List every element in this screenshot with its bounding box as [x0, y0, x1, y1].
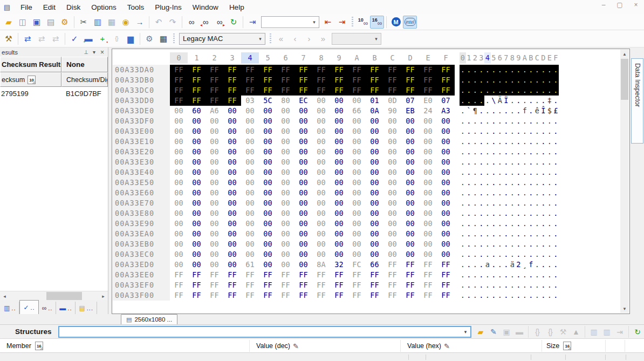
- hex-ascii-char[interactable]: .: [497, 137, 503, 147]
- hex-ascii-char[interactable]: .: [497, 290, 503, 301]
- hex-byte[interactable]: 80: [277, 96, 294, 106]
- hex-ascii-char[interactable]: .: [503, 116, 510, 126]
- compare-prev-button[interactable]: ⇄: [35, 32, 49, 45]
- hex-byte[interactable]: 00: [188, 249, 205, 260]
- hex-ascii-char[interactable]: .: [472, 116, 478, 126]
- hex-byte[interactable]: 00: [241, 157, 259, 167]
- hex-ascii-char[interactable]: .: [478, 85, 485, 96]
- dock-menu-icon[interactable]: [90, 49, 98, 55]
- hex-ascii-char[interactable]: .: [478, 75, 485, 85]
- hex-ascii-char[interactable]: a: [484, 260, 491, 270]
- hex-ascii-char[interactable]: .: [516, 157, 522, 167]
- hex-byte[interactable]: FF: [366, 65, 383, 75]
- hex-byte[interactable]: FF: [437, 65, 455, 75]
- ascii-column-header[interactable]: 9: [516, 52, 522, 64]
- hex-byte[interactable]: FF: [437, 85, 455, 96]
- hex-ascii-char[interactable]: .: [503, 280, 510, 290]
- hex-ascii-char[interactable]: .: [509, 270, 516, 280]
- hex-byte[interactable]: 00: [188, 178, 205, 188]
- hex-byte[interactable]: FF: [277, 280, 294, 290]
- hex-byte[interactable]: 00: [330, 208, 348, 219]
- hex-byte[interactable]: 00: [294, 239, 312, 249]
- hex-ascii-char[interactable]: .: [528, 116, 535, 126]
- hex-ascii-char[interactable]: .: [528, 198, 535, 208]
- ascii-column-header[interactable]: 2: [472, 52, 478, 64]
- struct-apply-out-button[interactable]: {}: [544, 326, 557, 337]
- hex-byte[interactable]: 00: [330, 96, 348, 106]
- hex-ascii-char[interactable]: .: [466, 178, 472, 188]
- ascii-column-header[interactable]: 0: [460, 52, 466, 64]
- hex-ascii-char[interactable]: .: [528, 85, 535, 96]
- radix-hex-button[interactable]: 16∞: [370, 16, 384, 29]
- hex-ascii-char[interactable]: .: [466, 126, 472, 137]
- hex-column-header[interactable]: 1: [188, 52, 205, 64]
- cut-button[interactable]: ✂: [77, 16, 91, 29]
- hex-byte[interactable]: FF: [419, 260, 437, 270]
- hex-ascii-char[interactable]: .: [466, 198, 472, 208]
- panel-tab-compare[interactable]: ▥..: [1, 302, 19, 314]
- hex-ascii-char[interactable]: .: [553, 280, 559, 290]
- hex-byte[interactable]: FF: [294, 85, 312, 96]
- hex-ascii-char[interactable]: .: [484, 116, 491, 126]
- hex-ascii-char[interactable]: .: [528, 219, 535, 229]
- hex-ascii-char[interactable]: .: [491, 167, 497, 178]
- hex-byte[interactable]: 00: [366, 126, 383, 137]
- hex-ascii-char[interactable]: .: [553, 126, 559, 137]
- hex-ascii-char[interactable]: .: [472, 126, 478, 137]
- hex-byte[interactable]: 00: [366, 147, 383, 157]
- hex-ascii-char[interactable]: ¶: [472, 106, 478, 116]
- compare-next-button[interactable]: ⇄: [49, 32, 63, 45]
- hex-byte[interactable]: 00: [437, 147, 455, 157]
- hex-ascii-char[interactable]: .: [484, 280, 491, 290]
- hex-ascii-char[interactable]: .: [478, 147, 485, 157]
- hex-byte[interactable]: 00: [277, 198, 294, 208]
- hex-byte[interactable]: 00: [170, 239, 188, 249]
- hex-ascii-char[interactable]: .: [516, 75, 522, 85]
- hex-byte[interactable]: 00: [205, 157, 223, 167]
- hex-ascii-char[interactable]: .: [522, 188, 528, 198]
- hex-ascii-char[interactable]: .: [484, 85, 491, 96]
- hex-byte[interactable]: FF: [437, 260, 455, 270]
- hex-ascii-char[interactable]: .: [528, 126, 535, 137]
- hex-byte[interactable]: 00: [241, 208, 259, 219]
- radix-decimal-button[interactable]: 10∞: [356, 16, 370, 29]
- hex-byte[interactable]: 00: [312, 106, 330, 116]
- hex-ascii-char[interactable]: .: [503, 147, 510, 157]
- hex-byte[interactable]: 00: [170, 178, 188, 188]
- hex-byte[interactable]: 00: [401, 116, 419, 126]
- hex-ascii-char[interactable]: .: [460, 167, 466, 178]
- hex-column-header[interactable]: 5: [259, 52, 277, 64]
- hex-byte[interactable]: 00: [205, 137, 223, 147]
- hex-byte[interactable]: FF: [330, 280, 348, 290]
- scroll-left-icon[interactable]: ◂: [0, 291, 9, 301]
- hex-ascii-char[interactable]: .: [540, 178, 547, 188]
- hex-byte[interactable]: 00: [259, 167, 277, 178]
- hex-byte[interactable]: 00: [419, 116, 437, 126]
- hex-ascii-char[interactable]: .: [553, 270, 559, 280]
- hex-byte[interactable]: FF: [241, 65, 259, 75]
- hex-byte[interactable]: 00: [294, 147, 312, 157]
- hex-byte[interactable]: 00: [259, 249, 277, 260]
- hex-ascii-char[interactable]: .: [534, 147, 540, 157]
- hex-byte[interactable]: 00: [223, 116, 241, 126]
- hex-byte[interactable]: FF: [419, 290, 437, 301]
- ascii-column-header[interactable]: C: [534, 52, 540, 64]
- add-color-map-button[interactable]: +•: [95, 32, 109, 45]
- scrollbar-thumb[interactable]: [621, 59, 628, 100]
- hex-byte[interactable]: 00: [277, 157, 294, 167]
- hex-ascii-char[interactable]: .: [491, 290, 497, 301]
- hex-ascii-char[interactable]: .: [553, 260, 559, 270]
- hex-byte[interactable]: 00: [383, 219, 401, 229]
- hex-byte[interactable]: 00: [294, 178, 312, 188]
- hex-byte[interactable]: 00: [383, 229, 401, 239]
- hex-ascii-char[interactable]: .: [534, 85, 540, 96]
- hex-byte[interactable]: 00: [241, 188, 259, 198]
- hex-byte[interactable]: 00: [277, 116, 294, 126]
- hex-byte[interactable]: FF: [419, 280, 437, 290]
- hex-ascii-char[interactable]: .: [534, 219, 540, 229]
- hex-ascii-char[interactable]: .: [460, 106, 466, 116]
- hex-ascii-char[interactable]: .: [516, 270, 522, 280]
- scroll-right-icon[interactable]: ▸: [99, 291, 108, 301]
- hex-ascii-char[interactable]: .: [460, 157, 466, 167]
- hex-byte[interactable]: 00: [223, 137, 241, 147]
